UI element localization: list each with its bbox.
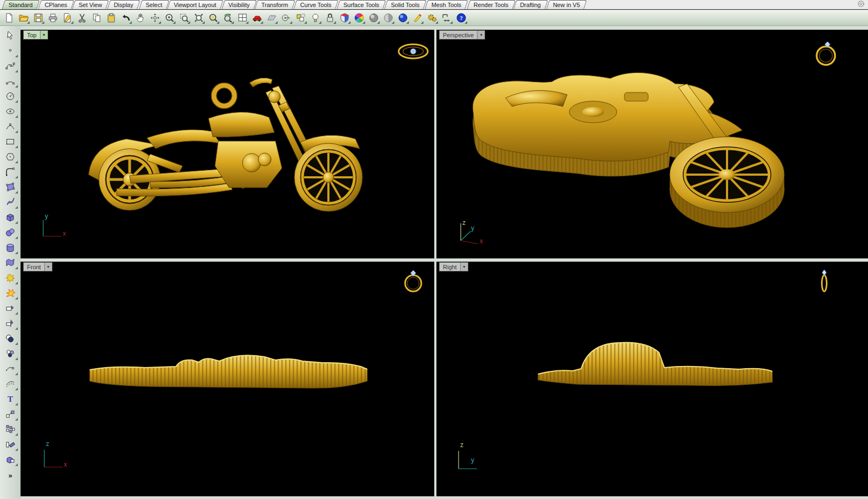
new-file-button[interactable] <box>3 11 16 24</box>
named-views-button[interactable] <box>251 11 264 24</box>
ring-object-top-view[interactable] <box>399 44 428 58</box>
lock-objects-button[interactable] <box>324 11 337 24</box>
undo-button[interactable] <box>119 11 132 24</box>
hide-objects-button[interactable] <box>309 11 322 24</box>
zoom-extents-button[interactable] <box>192 11 205 24</box>
print-button[interactable] <box>46 11 59 24</box>
paste-button[interactable] <box>105 11 118 24</box>
tab-surface-tools[interactable]: Surface Tools <box>337 0 386 9</box>
paint-tool-button[interactable] <box>411 11 424 24</box>
tab-cplanes[interactable]: CPlanes <box>38 0 74 9</box>
viewport-menu-arrow-icon[interactable]: ▾ <box>45 262 52 271</box>
conic-tool[interactable] <box>2 119 18 134</box>
help-button[interactable]: ? <box>455 11 468 24</box>
circle-tool[interactable] <box>2 89 18 103</box>
arc-tool[interactable] <box>2 74 18 88</box>
group-tool[interactable] <box>2 346 18 361</box>
zoom-selected-button[interactable] <box>207 11 220 24</box>
options-button[interactable] <box>426 11 439 24</box>
viewport-title[interactable]: Front <box>23 262 45 271</box>
viewport-title[interactable]: Right <box>439 262 461 271</box>
tab-mesh-tools[interactable]: Mesh Tools <box>425 0 469 9</box>
extend-curve-tool[interactable] <box>2 361 18 376</box>
motorcycle-model-front-view[interactable] <box>90 355 367 388</box>
cylinder-tool[interactable] <box>2 240 18 255</box>
tab-select[interactable]: Select <box>139 0 169 9</box>
viewport-front-label[interactable]: Front ▾ <box>23 262 52 271</box>
split-tool[interactable] <box>2 316 18 330</box>
save-file-button[interactable] <box>32 11 45 24</box>
viewport-top-canvas[interactable] <box>21 30 434 258</box>
rectangle-tool[interactable] <box>2 134 18 149</box>
tab-display[interactable]: Display <box>107 0 141 9</box>
dimension-tools-button[interactable] <box>440 11 453 24</box>
layer-manager-button[interactable] <box>294 11 307 24</box>
tab-options-gear-icon[interactable] <box>857 0 865 10</box>
drape-surface-tool[interactable] <box>2 255 18 270</box>
rotate-tool[interactable] <box>2 437 18 451</box>
export-selected-button[interactable] <box>61 11 74 24</box>
cut-button[interactable] <box>76 11 89 24</box>
surface-from-points-tool[interactable] <box>2 179 18 194</box>
tab-new-in-v5[interactable]: New in V5 <box>546 0 587 9</box>
more-tools-button[interactable]: » <box>2 468 18 483</box>
open-file-button[interactable] <box>17 11 30 24</box>
zoom-window-button[interactable] <box>178 11 191 24</box>
zoom-previous-button[interactable] <box>221 11 234 24</box>
tab-transform[interactable]: Transform <box>255 0 295 9</box>
offset-curve-tool[interactable] <box>2 376 18 391</box>
motorcycle-model-top-view[interactable] <box>89 78 362 211</box>
viewport-right-label[interactable]: Right ▾ <box>439 262 468 271</box>
rotate-view-button[interactable] <box>149 11 162 24</box>
render-color-wheel-button[interactable] <box>353 11 366 24</box>
tab-render-tools[interactable]: Render Tools <box>467 0 515 9</box>
tab-drafting[interactable]: Drafting <box>514 0 548 9</box>
viewport-menu-arrow-icon[interactable]: ▾ <box>41 30 48 39</box>
viewport-layout-button[interactable] <box>236 11 249 24</box>
ring-object-right-view[interactable] <box>822 270 827 291</box>
viewport-right[interactable]: Right ▾ z y <box>436 262 868 496</box>
tab-standard[interactable]: Standard <box>2 0 39 9</box>
array-tool[interactable] <box>2 422 18 436</box>
viewport-menu-arrow-icon[interactable]: ▾ <box>461 262 468 271</box>
viewport-title[interactable]: Top <box>23 30 41 39</box>
curve-fillet-tool[interactable] <box>2 164 18 179</box>
viewport-top-label[interactable]: Top ▾ <box>23 30 48 39</box>
tab-visibility[interactable]: Visibility <box>221 0 257 9</box>
viewport-perspective-canvas[interactable] <box>436 30 868 258</box>
display-mode-button[interactable] <box>338 11 351 24</box>
sphere-tool[interactable] <box>2 225 18 239</box>
copy-button[interactable] <box>90 11 103 24</box>
shaded-viewport-button[interactable] <box>367 11 380 24</box>
text-tool[interactable]: T <box>2 391 18 406</box>
explode-tool[interactable] <box>2 285 18 300</box>
viewport-perspective[interactable]: Perspective ▾ z y x <box>436 30 868 258</box>
viewport-right-canvas[interactable] <box>436 262 868 496</box>
viewport-front-canvas[interactable] <box>21 262 434 496</box>
viewport-front[interactable]: Front ▾ z x <box>21 262 434 496</box>
control-point-curve-tool[interactable] <box>2 58 18 73</box>
tab-set-view[interactable]: Set View <box>72 0 109 9</box>
ring-object-perspective[interactable] <box>817 42 835 65</box>
polygon-tool[interactable] <box>2 149 18 164</box>
tab-curve-tools[interactable]: Curve Tools <box>293 0 338 9</box>
motorcycle-model-right-view[interactable] <box>538 342 772 385</box>
select-tool[interactable] <box>2 28 18 43</box>
ghosted-viewport-button[interactable] <box>382 11 395 24</box>
viewport-top[interactable]: Top ▾ y x <box>21 30 434 258</box>
show-cplane-button[interactable] <box>265 11 278 24</box>
trim-tool[interactable] <box>2 301 18 315</box>
viewport-menu-arrow-icon[interactable]: ▾ <box>477 30 485 39</box>
boolean-union-tool[interactable] <box>2 452 18 467</box>
point-tool[interactable] <box>2 43 18 58</box>
move-tool[interactable] <box>2 407 18 421</box>
join-tool[interactable] <box>2 331 18 345</box>
explode-blocks-tool[interactable] <box>2 270 18 285</box>
pan-view-button[interactable] <box>134 11 147 24</box>
box-tool[interactable] <box>2 210 18 224</box>
zoom-dynamic-button[interactable] <box>163 11 176 24</box>
viewport-perspective-label[interactable]: Perspective ▾ <box>439 30 485 39</box>
cplane-origin-button[interactable] <box>280 11 293 24</box>
surface-from-curves-tool[interactable] <box>2 195 18 209</box>
motorcycle-model-perspective[interactable] <box>473 72 784 228</box>
